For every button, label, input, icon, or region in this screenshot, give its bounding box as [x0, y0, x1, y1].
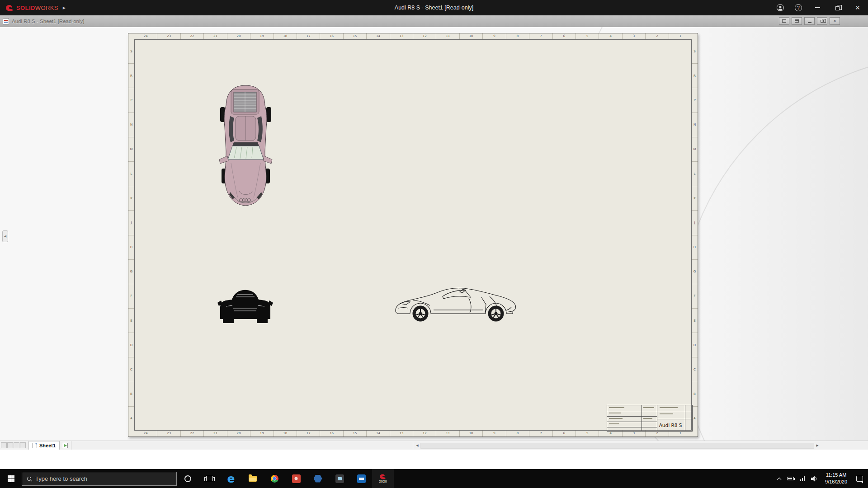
taskbar-app-solidworks[interactable]: 2020 [372, 469, 394, 488]
window-title: Audi R8 S - Sheet1 [Read-only] [0, 5, 868, 11]
horizontal-scrollbar[interactable]: ◀ ▶ [413, 442, 821, 449]
title-block-line [607, 422, 657, 422]
zone-label: 7 [529, 431, 552, 436]
system-tray: 11:15 AM 9/16/2020 [774, 469, 868, 488]
taskbar-app-dark[interactable] [329, 469, 350, 488]
taskbar-app-edge[interactable]: e [220, 469, 242, 488]
zone-label: 8 [506, 33, 529, 39]
account-button[interactable] [771, 0, 789, 15]
child-tile-button[interactable] [779, 17, 789, 25]
zone-label: N [128, 113, 134, 137]
zone-label: E [692, 309, 698, 333]
panel-flyout-arrow[interactable]: ◀ [2, 230, 8, 242]
zone-label: 1 [669, 33, 692, 39]
task-view-button[interactable] [198, 469, 220, 488]
scrollbar-separator [413, 442, 413, 449]
zone-label: C [692, 357, 698, 382]
background-swoosh [674, 27, 868, 441]
zone-label: H [128, 235, 134, 260]
zone-label: L [692, 162, 698, 186]
close-button[interactable]: × [847, 0, 868, 15]
zone-label: B [128, 382, 134, 407]
add-sheet-button[interactable] [60, 441, 71, 450]
title-block-text-placeholder [660, 407, 678, 408]
taskbar-app-hexagon[interactable] [307, 469, 329, 488]
taskbar-app-blue[interactable] [350, 469, 372, 488]
help-button[interactable]: ? [789, 0, 807, 15]
tray-volume-button[interactable] [808, 469, 821, 488]
zone-label: M [692, 137, 698, 162]
taskbar-app-file-explorer[interactable] [242, 469, 264, 488]
minimize-button[interactable] [807, 0, 827, 15]
drawing-sheet[interactable]: 242322212019181716151413121110987654321 … [128, 33, 698, 437]
zone-label: 3 [623, 33, 646, 39]
taskbar-app-chrome[interactable] [264, 469, 285, 488]
child-window-controls: × [779, 17, 865, 25]
restore-button[interactable] [827, 0, 847, 15]
title-block-line [607, 427, 657, 427]
zone-label: 23 [157, 33, 180, 39]
network-icon [800, 476, 805, 481]
zone-label: A [128, 407, 134, 431]
task-view-icon [206, 476, 213, 481]
zone-label: 13 [390, 33, 413, 39]
scrollbar-track[interactable] [420, 443, 814, 449]
zone-label: 10 [460, 431, 483, 436]
tray-network-button[interactable] [797, 469, 808, 488]
title-block[interactable]: Audi R8 S [607, 405, 693, 432]
tile-icon [782, 19, 786, 23]
child-close-button[interactable]: × [830, 17, 840, 25]
title-block-line [657, 405, 657, 431]
sheet-nav-last-button[interactable] [20, 442, 26, 448]
zone-label: 16 [320, 33, 343, 39]
graphics-viewport[interactable]: ◀ 24232221201918171615141312111098765432… [0, 27, 868, 441]
zone-label: D [128, 333, 134, 357]
child-restore-icon [821, 20, 824, 23]
brand-text-works: WORKS [35, 5, 58, 11]
sheet-nav-first-button[interactable] [1, 442, 7, 448]
zone-label: S [128, 39, 134, 64]
title-block-part-name: Audi R8 S [658, 420, 683, 430]
drawing-document-icon [3, 18, 9, 24]
taskbar-search-input[interactable]: Type here to search [22, 472, 177, 486]
child-restore-button[interactable] [817, 17, 827, 25]
start-button[interactable] [0, 469, 22, 488]
cortana-button[interactable] [177, 469, 198, 488]
zone-label: 17 [297, 431, 320, 436]
taskbar-app-red[interactable] [285, 469, 307, 488]
search-icon [26, 476, 32, 482]
notification-icon [856, 476, 863, 482]
scrollbar-thumb[interactable] [421, 443, 814, 448]
sheet-nav-next-button[interactable] [14, 442, 19, 448]
zone-label: K [692, 186, 698, 211]
action-center-button[interactable] [851, 469, 868, 488]
zone-label: 9 [483, 33, 506, 39]
tray-expand-button[interactable] [774, 469, 784, 488]
child-minimize-button[interactable] [804, 17, 815, 25]
drawing-view-side[interactable] [393, 285, 519, 324]
title-block-text-placeholder [609, 418, 623, 419]
scroll-right-arrow[interactable]: ▶ [814, 442, 821, 449]
tray-battery-button[interactable] [784, 469, 797, 488]
zone-label: 7 [529, 33, 552, 39]
edge-icon: e [227, 473, 235, 484]
add-sheet-icon [63, 443, 68, 448]
zone-label: 14 [367, 431, 390, 436]
start-icon [8, 475, 14, 482]
title-block-text-placeholder [609, 407, 624, 408]
zone-label: 22 [181, 431, 204, 436]
child-cascade-button[interactable] [792, 17, 802, 25]
taskbar-clock[interactable]: 11:15 AM 9/16/2020 [821, 469, 851, 488]
sheet-tab-sheet1[interactable]: Sheet1 [28, 441, 60, 450]
zone-label: J [128, 211, 134, 235]
zone-label: 6 [553, 33, 576, 39]
drawing-view-front[interactable] [217, 286, 274, 324]
drawing-view-top[interactable] [217, 84, 274, 207]
zone-label: H [692, 235, 698, 260]
sheet-nav-prev-button[interactable] [7, 442, 13, 448]
zone-label: 21 [204, 431, 227, 436]
menu-expand-arrow-icon[interactable]: ▶ [63, 6, 66, 10]
scroll-left-arrow[interactable]: ◀ [414, 442, 420, 449]
zone-label: C [128, 357, 134, 382]
zone-label: K [128, 186, 134, 211]
